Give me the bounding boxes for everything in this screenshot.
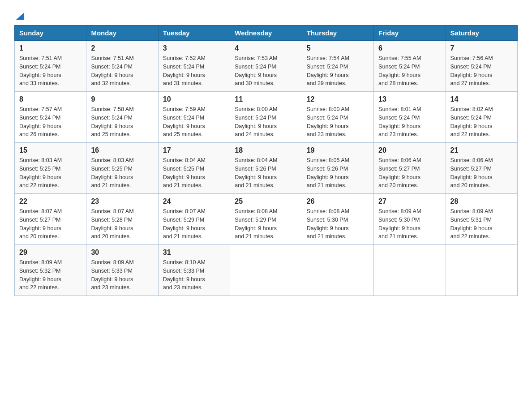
day-number: 11 bbox=[235, 95, 297, 103]
day-number: 4 bbox=[235, 44, 297, 52]
calendar-day-cell: 3 Sunrise: 7:52 AM Sunset: 5:24 PM Dayli… bbox=[158, 41, 230, 92]
day-info: Sunrise: 8:08 AM Sunset: 5:29 PM Dayligh… bbox=[235, 207, 297, 241]
calendar-day-cell: 28 Sunrise: 8:09 AM Sunset: 5:31 PM Dayl… bbox=[446, 194, 517, 245]
day-info: Sunrise: 8:06 AM Sunset: 5:27 PM Dayligh… bbox=[450, 156, 513, 190]
calendar-day-cell: 10 Sunrise: 7:59 AM Sunset: 5:24 PM Dayl… bbox=[158, 92, 230, 143]
calendar-day-cell: 31 Sunrise: 8:10 AM Sunset: 5:33 PM Dayl… bbox=[158, 245, 230, 296]
day-info: Sunrise: 8:09 AM Sunset: 5:31 PM Dayligh… bbox=[450, 207, 513, 241]
weekday-header-row: SundayMondayTuesdayWednesdayThursdayFrid… bbox=[15, 26, 518, 41]
day-info: Sunrise: 7:56 AM Sunset: 5:24 PM Dayligh… bbox=[450, 54, 513, 88]
day-info: Sunrise: 8:07 AM Sunset: 5:29 PM Dayligh… bbox=[163, 207, 225, 241]
calendar-day-cell: 24 Sunrise: 8:07 AM Sunset: 5:29 PM Dayl… bbox=[158, 194, 230, 245]
day-info: Sunrise: 7:59 AM Sunset: 5:24 PM Dayligh… bbox=[163, 105, 225, 139]
calendar-day-cell: 22 Sunrise: 8:07 AM Sunset: 5:27 PM Dayl… bbox=[15, 194, 86, 245]
day-info: Sunrise: 8:00 AM Sunset: 5:24 PM Dayligh… bbox=[307, 105, 369, 139]
day-number: 7 bbox=[450, 44, 513, 52]
day-number: 20 bbox=[378, 146, 441, 154]
calendar-day-cell: 1 Sunrise: 7:51 AM Sunset: 5:24 PM Dayli… bbox=[15, 41, 86, 92]
day-number: 13 bbox=[378, 95, 441, 103]
calendar-week-row: 8 Sunrise: 7:57 AM Sunset: 5:24 PM Dayli… bbox=[15, 92, 518, 143]
calendar-day-cell: 8 Sunrise: 7:57 AM Sunset: 5:24 PM Dayli… bbox=[15, 92, 86, 143]
day-info: Sunrise: 8:08 AM Sunset: 5:30 PM Dayligh… bbox=[307, 207, 369, 241]
day-number: 6 bbox=[378, 44, 441, 52]
day-number: 1 bbox=[19, 44, 82, 52]
calendar-day-cell: 25 Sunrise: 8:08 AM Sunset: 5:29 PM Dayl… bbox=[230, 194, 302, 245]
day-number: 8 bbox=[19, 95, 82, 103]
calendar-day-cell: 4 Sunrise: 7:53 AM Sunset: 5:24 PM Dayli… bbox=[230, 41, 302, 92]
day-info: Sunrise: 8:03 AM Sunset: 5:25 PM Dayligh… bbox=[91, 156, 153, 190]
logo bbox=[14, 11, 25, 18]
day-number: 21 bbox=[450, 146, 513, 154]
logo-triangle-icon bbox=[15, 11, 25, 21]
day-info: Sunrise: 7:51 AM Sunset: 5:24 PM Dayligh… bbox=[19, 54, 82, 88]
day-info: Sunrise: 7:53 AM Sunset: 5:24 PM Dayligh… bbox=[235, 54, 297, 88]
day-number: 16 bbox=[91, 146, 153, 154]
day-number: 29 bbox=[19, 248, 82, 257]
calendar-week-row: 29 Sunrise: 8:09 AM Sunset: 5:32 PM Dayl… bbox=[15, 245, 518, 296]
day-info: Sunrise: 8:09 AM Sunset: 5:33 PM Dayligh… bbox=[91, 258, 153, 292]
calendar-week-row: 15 Sunrise: 8:03 AM Sunset: 5:25 PM Dayl… bbox=[15, 143, 518, 194]
day-info: Sunrise: 8:04 AM Sunset: 5:25 PM Dayligh… bbox=[163, 156, 225, 190]
day-number: 31 bbox=[163, 248, 225, 257]
calendar-day-cell: 21 Sunrise: 8:06 AM Sunset: 5:27 PM Dayl… bbox=[446, 143, 517, 194]
day-info: Sunrise: 8:07 AM Sunset: 5:27 PM Dayligh… bbox=[19, 207, 82, 241]
weekday-header-monday: Monday bbox=[86, 26, 158, 41]
day-info: Sunrise: 7:51 AM Sunset: 5:24 PM Dayligh… bbox=[91, 54, 153, 88]
day-info: Sunrise: 7:52 AM Sunset: 5:24 PM Dayligh… bbox=[163, 54, 225, 88]
day-info: Sunrise: 7:54 AM Sunset: 5:24 PM Dayligh… bbox=[307, 54, 369, 88]
calendar-day-cell: 29 Sunrise: 8:09 AM Sunset: 5:32 PM Dayl… bbox=[15, 245, 86, 296]
calendar-week-row: 1 Sunrise: 7:51 AM Sunset: 5:24 PM Dayli… bbox=[15, 41, 518, 92]
calendar-day-cell: 14 Sunrise: 8:02 AM Sunset: 5:24 PM Dayl… bbox=[446, 92, 517, 143]
calendar-day-cell: 7 Sunrise: 7:56 AM Sunset: 5:24 PM Dayli… bbox=[446, 41, 517, 92]
day-number: 22 bbox=[19, 197, 82, 206]
day-number: 24 bbox=[163, 197, 225, 206]
calendar-day-cell: 15 Sunrise: 8:03 AM Sunset: 5:25 PM Dayl… bbox=[15, 143, 86, 194]
calendar-day-cell: 6 Sunrise: 7:55 AM Sunset: 5:24 PM Dayli… bbox=[374, 41, 446, 92]
calendar-empty-cell bbox=[302, 245, 373, 296]
calendar-day-cell: 18 Sunrise: 8:04 AM Sunset: 5:26 PM Dayl… bbox=[230, 143, 302, 194]
weekday-header-friday: Friday bbox=[374, 26, 446, 41]
weekday-header-thursday: Thursday bbox=[302, 26, 373, 41]
calendar-day-cell: 16 Sunrise: 8:03 AM Sunset: 5:25 PM Dayl… bbox=[86, 143, 158, 194]
calendar-day-cell: 26 Sunrise: 8:08 AM Sunset: 5:30 PM Dayl… bbox=[302, 194, 373, 245]
calendar-day-cell: 13 Sunrise: 8:01 AM Sunset: 5:24 PM Dayl… bbox=[374, 92, 446, 143]
day-info: Sunrise: 8:10 AM Sunset: 5:33 PM Dayligh… bbox=[163, 258, 225, 292]
calendar-day-cell: 11 Sunrise: 8:00 AM Sunset: 5:24 PM Dayl… bbox=[230, 92, 302, 143]
day-number: 30 bbox=[91, 248, 153, 257]
day-info: Sunrise: 8:09 AM Sunset: 5:32 PM Dayligh… bbox=[19, 258, 82, 292]
calendar-week-row: 22 Sunrise: 8:07 AM Sunset: 5:27 PM Dayl… bbox=[15, 194, 518, 245]
day-number: 2 bbox=[91, 44, 153, 52]
day-info: Sunrise: 7:57 AM Sunset: 5:24 PM Dayligh… bbox=[19, 105, 82, 139]
day-info: Sunrise: 8:09 AM Sunset: 5:30 PM Dayligh… bbox=[378, 207, 441, 241]
day-number: 19 bbox=[307, 146, 369, 154]
calendar-day-cell: 9 Sunrise: 7:58 AM Sunset: 5:24 PM Dayli… bbox=[86, 92, 158, 143]
day-number: 5 bbox=[307, 44, 369, 52]
day-number: 14 bbox=[450, 95, 513, 103]
day-info: Sunrise: 8:05 AM Sunset: 5:26 PM Dayligh… bbox=[307, 156, 369, 190]
calendar-empty-cell bbox=[446, 245, 517, 296]
svg-marker-0 bbox=[16, 13, 24, 20]
calendar-day-cell: 30 Sunrise: 8:09 AM Sunset: 5:33 PM Dayl… bbox=[86, 245, 158, 296]
calendar-day-cell: 5 Sunrise: 7:54 AM Sunset: 5:24 PM Dayli… bbox=[302, 41, 373, 92]
day-info: Sunrise: 8:04 AM Sunset: 5:26 PM Dayligh… bbox=[235, 156, 297, 190]
calendar-day-cell: 2 Sunrise: 7:51 AM Sunset: 5:24 PM Dayli… bbox=[86, 41, 158, 92]
day-number: 9 bbox=[91, 95, 153, 103]
day-number: 23 bbox=[91, 197, 153, 206]
calendar-day-cell: 17 Sunrise: 8:04 AM Sunset: 5:25 PM Dayl… bbox=[158, 143, 230, 194]
day-number: 28 bbox=[450, 197, 513, 206]
weekday-header-sunday: Sunday bbox=[15, 26, 86, 41]
day-info: Sunrise: 8:02 AM Sunset: 5:24 PM Dayligh… bbox=[450, 105, 513, 139]
day-number: 27 bbox=[378, 197, 441, 206]
day-info: Sunrise: 8:00 AM Sunset: 5:24 PM Dayligh… bbox=[235, 105, 297, 139]
day-info: Sunrise: 7:58 AM Sunset: 5:24 PM Dayligh… bbox=[91, 105, 153, 139]
day-number: 17 bbox=[163, 146, 225, 154]
weekday-header-saturday: Saturday bbox=[446, 26, 517, 41]
calendar-day-cell: 19 Sunrise: 8:05 AM Sunset: 5:26 PM Dayl… bbox=[302, 143, 373, 194]
day-number: 10 bbox=[163, 95, 225, 103]
calendar-day-cell: 23 Sunrise: 8:07 AM Sunset: 5:28 PM Dayl… bbox=[86, 194, 158, 245]
day-info: Sunrise: 8:06 AM Sunset: 5:27 PM Dayligh… bbox=[378, 156, 441, 190]
weekday-header-tuesday: Tuesday bbox=[158, 26, 230, 41]
weekday-header-wednesday: Wednesday bbox=[230, 26, 302, 41]
day-number: 3 bbox=[163, 44, 225, 52]
day-info: Sunrise: 8:07 AM Sunset: 5:28 PM Dayligh… bbox=[91, 207, 153, 241]
